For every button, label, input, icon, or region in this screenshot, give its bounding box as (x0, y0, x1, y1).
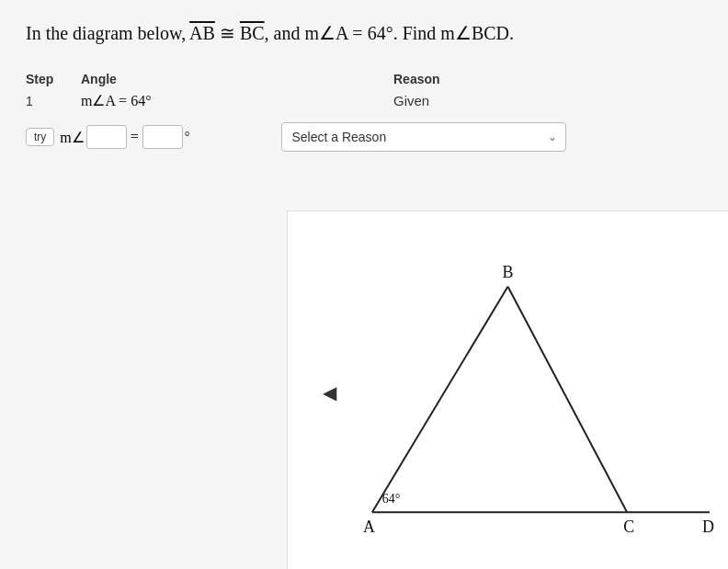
try-button[interactable]: try (26, 128, 54, 146)
equals-sign: = (131, 129, 139, 145)
bc-segment: BC (240, 23, 265, 43)
table-row-2: try m∠ = ° Select a Reason Given Isoscel… (26, 122, 702, 152)
table-section: Step Angle Reason 1 m∠A = 64° Given try … (26, 72, 702, 152)
ab-segment: AB (189, 23, 215, 43)
problem-title: In the diagram below, AB ≅ BC, and m∠A =… (26, 20, 702, 46)
select-reason[interactable]: Select a Reason Given Isosceles Triangle… (281, 122, 566, 152)
cursor-icon: ◀ (323, 382, 337, 403)
diagram-area: A B C D 64° ◀ (287, 211, 728, 569)
angle-label: 64° (382, 492, 401, 506)
angle-prefix: m∠ (60, 129, 84, 146)
angle-name-input[interactable] (86, 125, 127, 149)
col-header-step: Step (26, 72, 81, 86)
angle-expression: m∠ = ° (60, 125, 189, 149)
row1-angle: m∠A = 64° (81, 92, 283, 109)
label-d: D (702, 518, 714, 536)
row1-step: 1 (26, 94, 81, 108)
degree-symbol: ° (185, 130, 190, 144)
row1-reason: Given (393, 93, 697, 108)
label-a: A (363, 518, 375, 536)
diagram-svg: A B C D 64° ◀ (288, 211, 728, 569)
select-reason-wrapper[interactable]: Select a Reason Given Isosceles Triangle… (281, 122, 566, 152)
table-header: Step Angle Reason (26, 72, 702, 86)
table-row-1: 1 m∠A = 64° Given (26, 92, 702, 109)
label-c: C (623, 518, 634, 536)
angle-value-input[interactable] (142, 125, 183, 149)
col-header-angle: Angle (81, 72, 283, 86)
col-header-reason: Reason (393, 72, 697, 86)
label-b: B (503, 263, 514, 281)
main-container: In the diagram below, AB ≅ BC, and m∠A =… (0, 0, 728, 569)
